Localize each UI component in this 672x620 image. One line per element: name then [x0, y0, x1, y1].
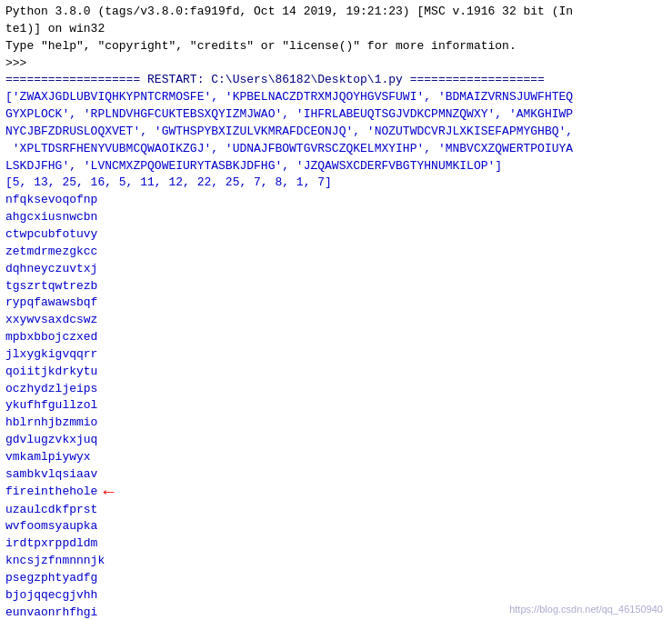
output-word-9: mpbxbbojczxed	[5, 329, 667, 346]
output-word-16: vmkamlpiywyx	[5, 449, 667, 466]
python-info-line: Type "help", "copyright", "credits" or "…	[5, 38, 667, 55]
output-word-14: hblrnhjbzmmio	[5, 415, 667, 432]
highlighted-row: fireinthehole ←	[5, 484, 667, 502]
python-version-line2: te1)] on win32	[5, 21, 667, 38]
output-line10: LSKDJFHG', 'LVNCMXZPQOWEIURYTASBKJDFHG',…	[5, 158, 667, 175]
output-word-7: rypqfawawsbqf	[5, 295, 667, 312]
output-word-24: bjojqqecgjvhh	[5, 587, 667, 605]
output-word-21: irdtpxrppdldm	[5, 535, 667, 553]
output-word-20: wvfoomsyaupka	[5, 518, 667, 535]
output-word-23: psegzphtyadfg	[5, 570, 667, 587]
output-word-5: dqhneyczuvtxj	[5, 261, 667, 278]
output-line7: GYXPLOCK', 'RPLNDVHGFCUKTEBSXQYIZMJWAO',…	[5, 106, 667, 124]
output-word-12: oczhydzljeips	[5, 381, 667, 398]
prompt-1: >>>	[5, 55, 667, 73]
output-line8: NYCJBFZDRUSLOQXVET', 'GWTHSPYBXIZULVKMRA…	[5, 124, 667, 141]
output-word-22: kncsjzfnmnnnjk	[5, 553, 667, 570]
watermark-text: https://blog.csdn.net/qq_46150940	[509, 604, 663, 615]
restart-separator: =================== RESTART: C:\Users\86…	[5, 72, 667, 89]
output-word-15: gdvlugzvkxjuq	[5, 432, 667, 449]
output-word-fireinthehole: fireinthehole	[5, 484, 97, 501]
output-word-10: jlxygkigvqqrr	[5, 346, 667, 364]
output-line6: ['ZWAXJGDLUBVIQHKYPNTCRMOSFE', 'KPBELNAC…	[5, 89, 667, 106]
red-arrow-icon: ←	[103, 484, 114, 502]
output-word-19: uzaulcdkfprst	[5, 502, 667, 519]
output-numbers: [5, 13, 25, 16, 5, 11, 12, 22, 25, 7, 8,…	[5, 175, 667, 192]
output-word-6: tgszrtqwtrezb	[5, 278, 667, 295]
python-version-line1: Python 3.8.0 (tags/v3.8.0:fa919fd, Oct 1…	[5, 4, 667, 21]
output-word-4: zetmdrmezgkcc	[5, 244, 667, 261]
output-line9: 'XPLTDSRFHENYVUBMCQWAOIKZGJ', 'UDNAJFBOW…	[5, 141, 667, 158]
output-word-2: ahgcxiusnwcbn	[5, 209, 667, 226]
output-word-3: ctwpcubfotuvy	[5, 226, 667, 244]
output-word-8: xxywvsaxdcswz	[5, 312, 667, 329]
output-word-17: sambkvlqsiaav	[5, 466, 667, 484]
output-word-13: ykufhfgullzol	[5, 397, 667, 415]
output-word-11: qoiitjkdrkytu	[5, 364, 667, 381]
output-word-1: nfqksevoqofnp	[5, 192, 667, 209]
terminal-window: Python 3.8.0 (tags/v3.8.0:fa919fd, Oct 1…	[0, 0, 672, 620]
